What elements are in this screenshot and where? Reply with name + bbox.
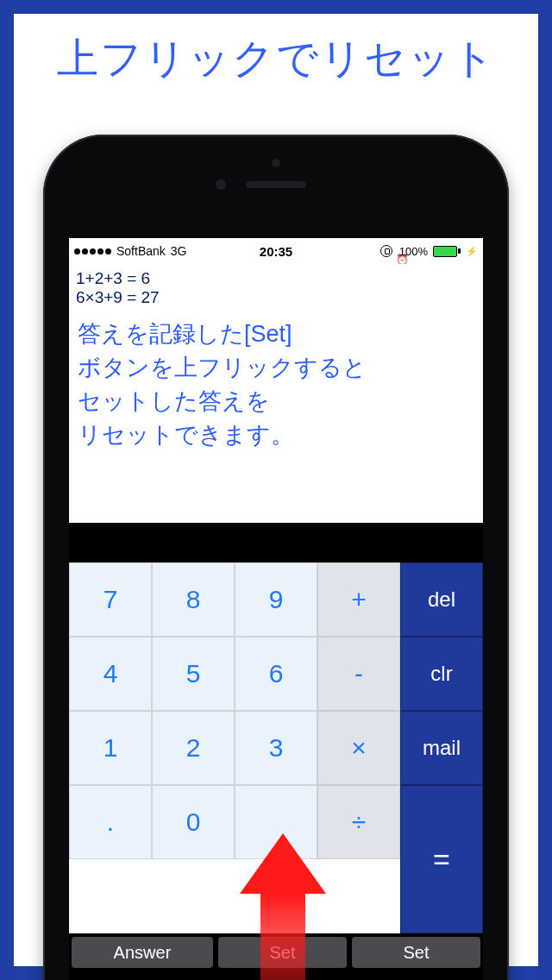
calc-display: 1+2+3 = 6 6×3+9 = 27 答えを記録した[Set] ボタンを上フ… xyxy=(69,264,483,523)
key-plus[interactable]: + xyxy=(317,562,400,637)
front-camera xyxy=(216,179,226,190)
key-7[interactable]: 7 xyxy=(69,562,152,637)
key-delete[interactable]: del xyxy=(400,562,483,637)
key-equals[interactable]: = xyxy=(400,785,483,933)
key-minus[interactable]: - xyxy=(317,637,400,711)
earpiece xyxy=(246,181,306,188)
key-2[interactable]: 2 xyxy=(152,711,235,785)
key-4[interactable]: 4 xyxy=(69,637,152,711)
phone-screen: SoftBank 3G 20:35 100% ⚡ 1+2+3 = 6 6×3+9… xyxy=(69,238,483,980)
tutorial-overlay-text: 答えを記録した[Set] ボタンを上フリックすると セットした答えを リセットで… xyxy=(78,317,474,453)
network-type: 3G xyxy=(171,244,187,258)
promo-headline: 上フリックでリセット xyxy=(14,31,538,86)
signal-dots-icon xyxy=(74,248,111,254)
key-8[interactable]: 8 xyxy=(152,562,235,637)
status-clock: 20:35 xyxy=(260,244,292,259)
battery-percent: 100% xyxy=(399,245,428,258)
tutorial-line: セットした答えを xyxy=(78,385,474,418)
key-multiply[interactable]: × xyxy=(317,711,400,785)
answer-button[interactable]: Answer xyxy=(72,937,213,968)
key-5[interactable]: 5 xyxy=(152,637,235,711)
display-separator xyxy=(69,523,483,562)
key-1[interactable]: 1 xyxy=(69,711,152,785)
key-divide[interactable]: ÷ xyxy=(317,785,400,859)
key-3[interactable]: 3 xyxy=(235,711,317,785)
set-button-1[interactable]: Set xyxy=(218,937,347,968)
status-bar: SoftBank 3G 20:35 100% ⚡ xyxy=(69,238,483,264)
sensor-dot xyxy=(272,159,280,167)
carrier-label: SoftBank xyxy=(116,244,166,258)
key-9[interactable]: 9 xyxy=(235,562,317,637)
phone-device-frame: SoftBank 3G 20:35 100% ⚡ 1+2+3 = 6 6×3+9… xyxy=(43,135,509,980)
calculator-keypad: 7 8 9 + del 4 5 6 - clr 1 2 3 × mail . 0… xyxy=(69,562,483,933)
tutorial-line: 答えを記録した[Set] xyxy=(78,317,474,351)
bottom-toolbar: Answer Set Set xyxy=(69,933,483,971)
charging-icon: ⚡ xyxy=(466,246,478,257)
set-button-2[interactable]: Set xyxy=(352,937,480,968)
orientation-lock-icon xyxy=(380,245,392,257)
tutorial-line: ボタンを上フリックすると xyxy=(78,351,474,385)
key-dot[interactable]: . xyxy=(69,785,152,859)
key-clear[interactable]: clr xyxy=(400,637,483,711)
history-line: 6×3+9 = 27 xyxy=(76,288,476,307)
history-line: 1+2+3 = 6 xyxy=(76,269,476,288)
tutorial-line: リセットできます。 xyxy=(78,418,474,452)
key-mail[interactable]: mail xyxy=(400,711,483,785)
key-6[interactable]: 6 xyxy=(235,637,317,711)
battery-icon xyxy=(433,246,461,257)
key-blank[interactable] xyxy=(235,785,317,859)
key-0[interactable]: 0 xyxy=(152,785,235,859)
